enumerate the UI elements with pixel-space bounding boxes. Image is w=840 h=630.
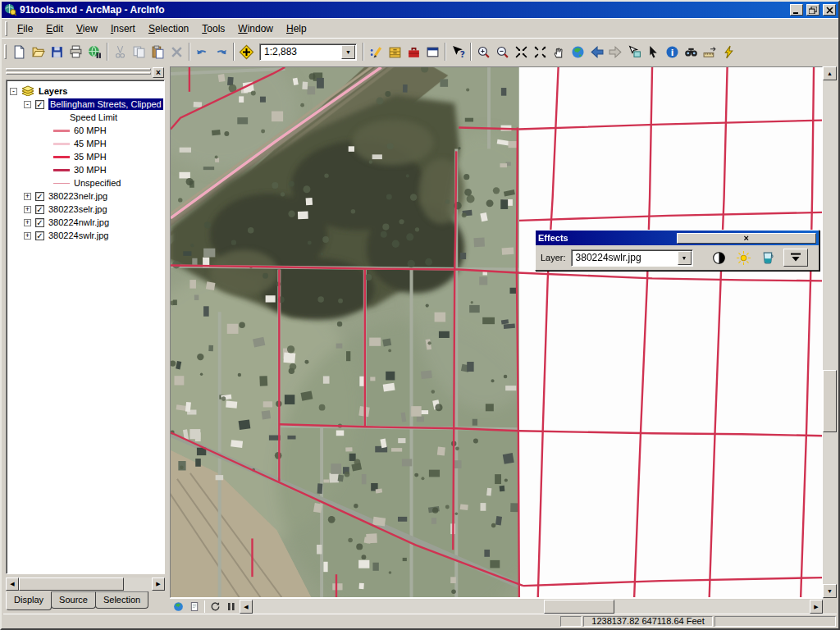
scale-dropdown-arrow-icon[interactable]: ▼ — [341, 45, 355, 59]
expand-box-icon[interactable]: + — [24, 232, 31, 240]
collapse-box-icon[interactable]: - — [24, 101, 31, 108]
scroll-left-arrow-icon[interactable]: ◀ — [240, 600, 253, 614]
expand-box-icon[interactable]: + — [24, 206, 31, 213]
map-canvas[interactable] — [170, 66, 823, 598]
pause-drawing-button[interactable] — [223, 600, 240, 614]
fixed-zoom-out-button[interactable] — [531, 43, 550, 62]
menu-file[interactable]: File — [11, 21, 39, 37]
tree-row-streets-layer[interactable]: - ✓ Bellingham Streets, Clipped — [7, 98, 164, 111]
effects-layer-value[interactable]: 380224swlr.jpg — [572, 252, 677, 263]
copy-button[interactable] — [130, 43, 148, 62]
go-back-button[interactable] — [587, 43, 606, 62]
layer-checkbox[interactable]: ✓ — [35, 100, 44, 109]
full-extent-button[interactable] — [568, 43, 587, 62]
editor-sketch-button[interactable] — [367, 43, 386, 62]
scroll-down-arrow-icon[interactable]: ▼ — [823, 584, 837, 598]
print-button[interactable] — [66, 43, 85, 62]
swipe-dropdown-button[interactable] — [783, 249, 808, 267]
new-document-button[interactable] — [10, 43, 29, 62]
effects-close-button[interactable]: × — [677, 233, 817, 244]
open-button[interactable] — [29, 43, 48, 62]
layout-view-page-button[interactable] — [186, 600, 203, 614]
restore-button[interactable] — [806, 4, 819, 16]
menu-help[interactable]: Help — [280, 21, 313, 37]
measure-button[interactable] — [701, 43, 719, 62]
find-button[interactable] — [682, 43, 701, 62]
collapse-box-icon[interactable]: - — [10, 88, 17, 95]
undo-button[interactable] — [193, 43, 212, 62]
data-view-globe-button[interactable] — [170, 600, 186, 614]
delete-button[interactable] — [167, 43, 186, 62]
tree-row-layers[interactable]: - Layers — [7, 84, 164, 98]
redo-button[interactable] — [212, 43, 231, 62]
go-forward-button[interactable] — [606, 43, 625, 62]
add-data-button[interactable] — [237, 43, 256, 62]
close-button[interactable] — [823, 4, 836, 16]
effects-toolbar[interactable]: Effects × Layer: 380224swlr.jpg ▼ — [535, 230, 819, 271]
zoom-in-button[interactable] — [474, 43, 493, 62]
raster-layer-label[interactable]: 380223nelr.jpg — [48, 191, 107, 201]
toc-drag-handle[interactable] — [6, 68, 151, 77]
tab-source[interactable]: Source — [51, 591, 96, 609]
tree-row-raster[interactable]: + ✓ 380224swlr.jpg — [7, 229, 164, 242]
minimize-button[interactable] — [790, 4, 803, 16]
tree-row-raster[interactable]: + ✓ 380223selr.jpg — [7, 203, 164, 216]
layer-checkbox[interactable]: ✓ — [35, 231, 44, 240]
menu-window[interactable]: Window — [231, 21, 280, 37]
whats-this-help-button[interactable]: ? — [449, 43, 468, 62]
tab-display[interactable]: Display — [6, 591, 52, 610]
scroll-right-arrow-icon[interactable]: ▶ — [152, 578, 165, 591]
cut-button[interactable] — [111, 43, 130, 62]
select-elements-button[interactable] — [644, 43, 663, 62]
expand-box-icon[interactable]: + — [24, 219, 31, 226]
effects-titlebar[interactable]: Effects × — [536, 231, 819, 245]
menu-insert[interactable]: Insert — [104, 21, 142, 37]
save-button[interactable] — [48, 43, 66, 62]
scroll-right-arrow-icon[interactable]: ▶ — [810, 600, 823, 614]
map-horizontal-scrollbar[interactable]: ◀ ▶ — [240, 600, 823, 614]
select-features-button[interactable] — [625, 43, 644, 62]
pan-button[interactable] — [550, 43, 568, 62]
titlebar[interactable]: 91tools.mxd - ArcMap - ArcInfo — [2, 2, 838, 18]
fixed-zoom-in-button[interactable] — [512, 43, 531, 62]
menu-tools[interactable]: Tools — [195, 21, 231, 37]
scroll-left-arrow-icon[interactable]: ◀ — [6, 578, 19, 591]
scroll-up-arrow-icon[interactable]: ▲ — [823, 66, 837, 80]
hyperlink-button[interactable] — [719, 43, 738, 62]
menu-edit[interactable]: Edit — [39, 21, 70, 37]
scrollbar-thumb[interactable] — [823, 370, 837, 432]
raster-layer-label[interactable]: 380223selr.jpg — [48, 204, 107, 214]
transparency-button[interactable] — [759, 249, 778, 267]
toc-close-button[interactable]: × — [153, 67, 164, 78]
zoom-out-button[interactable] — [493, 43, 512, 62]
refresh-button[interactable] — [207, 600, 223, 614]
layer-checkbox[interactable]: ✓ — [35, 192, 44, 201]
streets-layer-label[interactable]: Bellingham Streets, Clipped — [48, 98, 163, 110]
identify-button[interactable]: i — [663, 43, 682, 62]
raster-layer-label[interactable]: 380224swlr.jpg — [48, 231, 108, 240]
scale-value[interactable]: 1:2,883 — [260, 46, 340, 57]
layer-checkbox[interactable]: ✓ — [35, 205, 44, 214]
effects-layer-dropdown-arrow-icon[interactable]: ▼ — [678, 251, 692, 265]
toc-horizontal-scrollbar[interactable]: ◀ ▶ — [6, 578, 165, 591]
command-line-button[interactable] — [423, 43, 442, 62]
brightness-button[interactable] — [734, 249, 754, 267]
menubar-grip[interactable] — [5, 21, 7, 36]
raster-layer-label[interactable]: 380224nwlr.jpg — [48, 217, 109, 227]
layers-root-label[interactable]: Layers — [39, 86, 67, 96]
paste-button[interactable] — [148, 43, 167, 62]
internet-data-button[interactable] — [85, 43, 104, 62]
layer-checkbox[interactable]: ✓ — [35, 218, 44, 227]
map-vertical-scrollbar[interactable]: ▲ ▼ — [823, 66, 837, 598]
tree-row-raster[interactable]: + ✓ 380223nelr.jpg — [7, 189, 164, 203]
scrollbar-thumb[interactable] — [544, 600, 614, 614]
toolbar-grip[interactable] — [4, 44, 7, 59]
arccatalog-button[interactable] — [386, 43, 404, 62]
tab-selection[interactable]: Selection — [95, 591, 148, 609]
expand-box-icon[interactable]: + — [24, 193, 31, 200]
scrollbar-thumb[interactable] — [19, 578, 124, 591]
contrast-button[interactable] — [710, 249, 729, 267]
menu-selection[interactable]: Selection — [142, 21, 195, 37]
scale-combobox[interactable]: 1:2,883 ▼ — [259, 43, 357, 61]
tree-row-raster[interactable]: + ✓ 380224nwlr.jpg — [7, 216, 164, 229]
